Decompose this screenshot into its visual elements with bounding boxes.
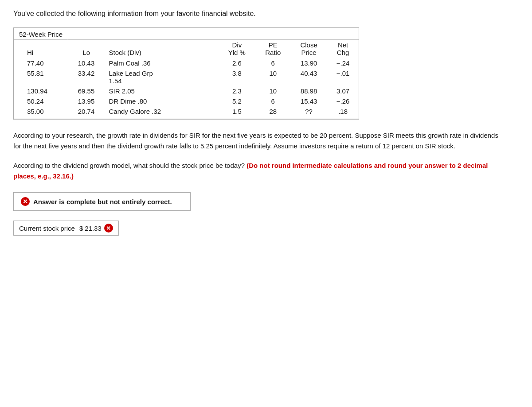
cell-pe-3: 10 bbox=[256, 86, 290, 96]
table-row: 130.94 69.55 SIR 2.05 2.3 10 88.98 3.07 bbox=[14, 86, 359, 96]
header-stock-div: Stock (Div) bbox=[105, 39, 219, 58]
cell-lo-1: 10.43 bbox=[68, 58, 104, 68]
cell-lo-2: 33.42 bbox=[68, 68, 104, 86]
cell-close-4: 15.43 bbox=[290, 96, 327, 106]
table-header-row: Hi Lo Stock (Div) DivYld % PERatio Close… bbox=[14, 39, 359, 58]
cell-close-1: 13.90 bbox=[290, 58, 327, 68]
header-net-chg: NetChg bbox=[327, 39, 359, 58]
description-text: According to your research, the growth r… bbox=[13, 130, 501, 151]
cell-close-3: 88.98 bbox=[290, 86, 327, 96]
question-text: According to the dividend growth model, … bbox=[13, 160, 501, 182]
answer-status-text: Answer is complete but not entirely corr… bbox=[33, 198, 172, 205]
header-pe-ratio: PERatio bbox=[256, 39, 290, 58]
cell-netchg-3: 3.07 bbox=[327, 86, 359, 96]
financial-table: Hi Lo Stock (Div) DivYld % PERatio Close… bbox=[14, 39, 359, 119]
cell-stock-4: DR Dime .80 bbox=[105, 96, 219, 106]
cell-div-2: 3.8 bbox=[218, 68, 255, 86]
cell-div-1: 2.6 bbox=[218, 58, 255, 68]
cell-close-2: 40.43 bbox=[290, 68, 327, 86]
cell-pe-2: 10 bbox=[256, 68, 290, 86]
table-row: 77.40 10.43 Palm Coal .36 2.6 6 13.90 −.… bbox=[14, 58, 359, 68]
header-hi: Hi bbox=[14, 39, 68, 58]
cell-stock-5: Candy Galore .32 bbox=[105, 106, 219, 119]
header-close-price: ClosePrice bbox=[290, 39, 327, 58]
cell-hi-4: 50.24 bbox=[14, 96, 68, 106]
cell-hi-5: 35.00 bbox=[14, 106, 68, 119]
cell-div-4: 5.2 bbox=[218, 96, 255, 106]
cell-pe-1: 6 bbox=[256, 58, 290, 68]
cell-div-3: 2.3 bbox=[218, 86, 255, 96]
cell-lo-5: 20.74 bbox=[68, 106, 104, 119]
cell-hi-1: 77.40 bbox=[14, 58, 68, 68]
cell-stock-1: Palm Coal .36 bbox=[105, 58, 219, 68]
cell-close-5: ?? bbox=[290, 106, 327, 119]
financial-table-container: 52-Week Price Hi Lo Stock (Div) DivYld %… bbox=[13, 27, 359, 120]
table-row: 35.00 20.74 Candy Galore .32 1.5 28 ?? .… bbox=[14, 106, 359, 119]
cell-netchg-2: −.01 bbox=[327, 68, 359, 86]
header-div-yld: DivYld % bbox=[218, 39, 255, 58]
cell-netchg-1: −.24 bbox=[327, 58, 359, 68]
table-row: 50.24 13.95 DR Dime .80 5.2 6 15.43 −.26 bbox=[14, 96, 359, 106]
cell-stock-2: Lake Lead Grp1.54 bbox=[105, 68, 219, 86]
answer-label: Current stock price bbox=[19, 225, 75, 232]
cell-div-5: 1.5 bbox=[218, 106, 255, 119]
cell-lo-4: 13.95 bbox=[68, 96, 104, 106]
cell-stock-3: SIR 2.05 bbox=[105, 86, 219, 96]
cell-lo-3: 69.55 bbox=[68, 86, 104, 96]
answer-value: 21.33 bbox=[85, 225, 102, 232]
cell-hi-2: 55.81 bbox=[14, 68, 68, 86]
week-price-label: 52-Week Price bbox=[14, 28, 359, 39]
answer-status-box: ✕ Answer is complete but not entirely co… bbox=[13, 192, 519, 216]
cell-pe-5: 28 bbox=[256, 106, 290, 119]
header-lo: Lo bbox=[68, 39, 104, 58]
table-row: 55.81 33.42 Lake Lead Grp1.54 3.8 10 40.… bbox=[14, 68, 359, 86]
cell-netchg-5: .18 bbox=[327, 106, 359, 119]
cell-pe-4: 6 bbox=[256, 96, 290, 106]
cell-hi-3: 130.94 bbox=[14, 86, 68, 96]
question-part1: According to the dividend growth model, … bbox=[13, 162, 245, 169]
wrong-answer-icon: ✕ bbox=[104, 224, 113, 233]
answer-input-row: Current stock price $ 21.33 ✕ bbox=[13, 221, 119, 236]
intro-text: You've collected the following informati… bbox=[13, 9, 519, 19]
cell-netchg-4: −.26 bbox=[327, 96, 359, 106]
answer-status-icon: ✕ bbox=[21, 197, 30, 206]
dollar-sign: $ bbox=[79, 225, 83, 232]
